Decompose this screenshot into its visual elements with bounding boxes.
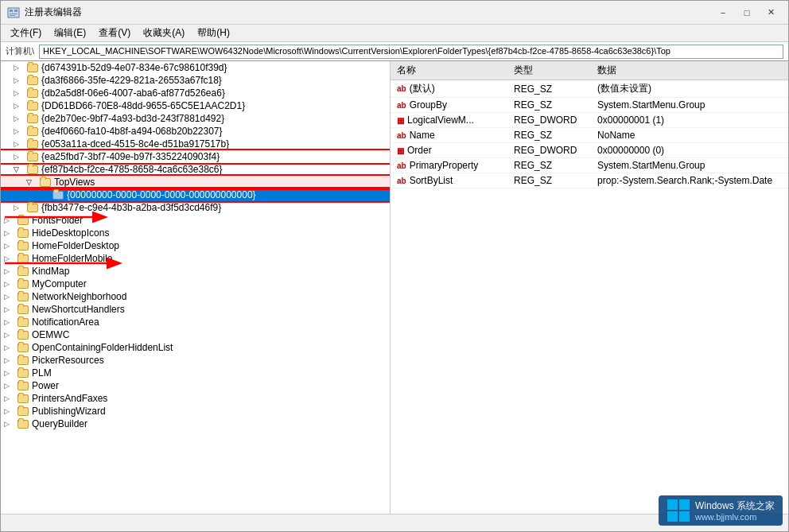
tree-node-n13[interactable]: ▷ HomeFolderDesktop: [1, 239, 390, 252]
value-type-icon: ab: [397, 84, 406, 93]
expand-arrow-n5: ▷: [14, 115, 26, 122]
menu-edit[interactable]: 编辑(E): [48, 25, 92, 41]
tree-node-n7[interactable]: ▷ {e053a11a-dced-4515-8c4e-d51ba917517b}: [1, 138, 390, 150]
node-label-n27: QueryBuilder: [32, 418, 87, 429]
node-label-n9: {ef87b4cb-f2ce-4785-8658-4ca6c63e38c6}: [41, 164, 223, 175]
tree-node-n24[interactable]: ▷ Power: [1, 379, 390, 392]
table-row[interactable]: ▦LogicalViewM...REG_DWORD0x00000001 (1): [391, 113, 788, 128]
tree-node-n11[interactable]: ▷ FontsFolder: [1, 214, 390, 227]
address-bar: 计算机\ HKEY_LOCAL_MACHINE\SOFTWARE\WOW6432…: [1, 42, 788, 61]
address-input[interactable]: HKEY_LOCAL_MACHINE\SOFTWARE\WOW6432Node\…: [39, 45, 783, 59]
svg-rect-7: [667, 499, 678, 510]
folder-icon-n21: [17, 342, 29, 353]
tree-node-topviews[interactable]: ▽ TopViews: [1, 176, 390, 188]
expand-arrow-n12: ▷: [4, 229, 17, 237]
tree-node-n6[interactable]: ▷ {de4f0660-fa10-4b8f-a494-068b20b22307}: [1, 125, 390, 138]
table-row[interactable]: abPrimaryPropertyREG_SZSystem.StartMenu.…: [391, 158, 788, 173]
table-row[interactable]: abSortByListREG_SZprop:-System.Search.Ra…: [391, 173, 788, 188]
tree-node-n1[interactable]: ▷ {d674391b-52d9-4e07-834e-67c98610f39d}: [1, 61, 390, 74]
tree-node-n10[interactable]: ▷ {fbb3477e-c9e4-4b3b-a2ba-d3f5d3cd46f9}: [1, 201, 390, 214]
menu-favorites[interactable]: 收藏夹(A): [137, 25, 191, 41]
expand-arrow-n15: ▷: [4, 267, 17, 275]
folder-icon-n10: [26, 202, 39, 213]
tree-node-n26[interactable]: ▷ PublishingWizard: [1, 405, 390, 417]
tree-node-n8[interactable]: ▷ {ea25fbd7-3bf7-409e-b97f-3352240903f4}: [1, 150, 390, 163]
tree-node-n19[interactable]: ▷ NotificationArea: [1, 316, 390, 328]
svg-rect-1: [10, 10, 13, 12]
value-type: REG_DWORD: [507, 113, 591, 128]
tree-node-n4[interactable]: ▷ {DD61BD66-70E8-48dd-9655-65C5E1AAC2D1}: [1, 99, 390, 112]
col-header-name: 名称: [391, 61, 507, 80]
folder-icon-n6: [26, 126, 39, 137]
expand-arrow-n7: ▷: [14, 140, 26, 148]
tree-node-n2[interactable]: ▷ {da3f6866-35fe-4229-821a-26553a67fc18}: [1, 74, 390, 87]
folder-icon-n13: [17, 240, 29, 251]
svg-rect-2: [14, 10, 17, 12]
svg-rect-8: [679, 499, 690, 510]
watermark: Windows 系统之家 www.bjjmlv.com: [659, 495, 783, 526]
value-name: ab(默认): [391, 80, 507, 98]
tree-node-n18[interactable]: ▷ NewShortcutHandlers: [1, 303, 390, 316]
maximize-button[interactable]: □: [736, 5, 758, 21]
value-type-icon: ▦: [397, 116, 404, 125]
tree-node-n23[interactable]: ▷ PLM: [1, 367, 390, 379]
node-label-n16: MyComputer: [32, 278, 87, 289]
address-label: 计算机\: [6, 45, 34, 57]
table-row[interactable]: ▦OrderREG_DWORD0x00000000 (0): [391, 143, 788, 158]
node-label-n18: NewShortcutHandlers: [32, 304, 125, 315]
folder-icon-n23: [17, 367, 29, 379]
tree-node-n12[interactable]: ▷ HideDesktopIcons: [1, 227, 390, 239]
menu-view[interactable]: 查看(V): [92, 25, 137, 41]
folder-icon-topviews: [39, 177, 52, 188]
menu-file[interactable]: 文件(F): [4, 25, 48, 41]
minimize-button[interactable]: −: [712, 5, 734, 21]
folder-icon-n27: [17, 418, 29, 429]
value-type-icon: ab: [397, 101, 406, 110]
menu-help[interactable]: 帮助(H): [191, 25, 236, 41]
value-data: 0x00000001 (1): [591, 113, 788, 128]
expand-arrow-n10: ▷: [14, 204, 26, 212]
tree-node-n9[interactable]: ▽ {ef87b4cb-f2ce-4785-8658-4ca6c63e38c6}: [1, 163, 390, 176]
node-label-topviews: TopViews: [54, 177, 95, 188]
tree-node-zero[interactable]: {00000000-0000-0000-0000-000000000000}: [1, 188, 390, 201]
tree-node-n25[interactable]: ▷ PrintersAndFaxes: [1, 392, 390, 405]
value-type: REG_SZ: [507, 173, 591, 188]
watermark-site: Windows 系统之家: [695, 499, 775, 513]
window-controls: − □ ✕: [712, 5, 782, 21]
node-label-n3: {db2a5d8f-06e6-4007-aba6-af877d526ea6}: [41, 87, 225, 99]
node-label-n11: FontsFolder: [32, 215, 83, 226]
node-label-n2: {da3f6866-35fe-4229-821a-26553a67fc18}: [41, 75, 222, 86]
node-label-n14: HomeFolderMobile: [32, 253, 112, 264]
table-row[interactable]: ab(默认)REG_SZ(数值未设置): [391, 80, 788, 98]
expand-arrow-n9: ▽: [14, 165, 26, 173]
folder-icon-n3: [26, 87, 39, 99]
tree-node-n21[interactable]: ▷ OpenContainingFolderHiddenList: [1, 341, 390, 354]
svg-rect-3: [10, 14, 17, 14]
node-label-n12: HideDesktopIcons: [32, 227, 109, 239]
value-name: abSortByList: [391, 173, 507, 188]
table-row[interactable]: abNameREG_SZNoName: [391, 128, 788, 143]
tree-node-n27[interactable]: ▷ QueryBuilder: [1, 417, 390, 430]
folder-icon-n4: [26, 100, 39, 111]
windows-logo-icon: [667, 499, 690, 522]
expand-arrow-n3: ▷: [14, 89, 26, 97]
table-row[interactable]: abGroupByREG_SZSystem.StartMenu.Group: [391, 98, 788, 113]
tree-node-n17[interactable]: ▷ NetworkNeighborhood: [1, 290, 390, 303]
tree-node-n20[interactable]: ▷ OEMWC: [1, 328, 390, 341]
tree-node-n5[interactable]: ▷ {de2b70ec-9bf7-4a93-bd3d-243f7881d492}: [1, 112, 390, 125]
col-header-data: 数据: [591, 61, 788, 80]
folder-icon-n14: [17, 253, 29, 264]
registry-tree-panel[interactable]: ▷ {d674391b-52d9-4e07-834e-67c98610f39d}…: [1, 61, 391, 514]
close-button[interactable]: ✕: [760, 5, 782, 21]
tree-node-n14[interactable]: ▷ HomeFolderMobile: [1, 252, 390, 265]
tree-node-n3[interactable]: ▷ {db2a5d8f-06e6-4007-aba6-af877d526ea6}: [1, 87, 390, 99]
tree-node-n16[interactable]: ▷ MyComputer: [1, 278, 390, 290]
expand-arrow-n11: ▷: [4, 216, 17, 224]
node-label-zero: {00000000-0000-0000-0000-000000000000}: [67, 189, 256, 200]
tree-node-n22[interactable]: ▷ PickerResources: [1, 354, 390, 367]
value-type-icon: ab: [397, 161, 406, 170]
registry-icon: [7, 6, 20, 19]
folder-icon-n1: [26, 62, 39, 73]
tree-node-n15[interactable]: ▷ KindMap: [1, 265, 390, 278]
folder-icon-n22: [17, 355, 29, 366]
